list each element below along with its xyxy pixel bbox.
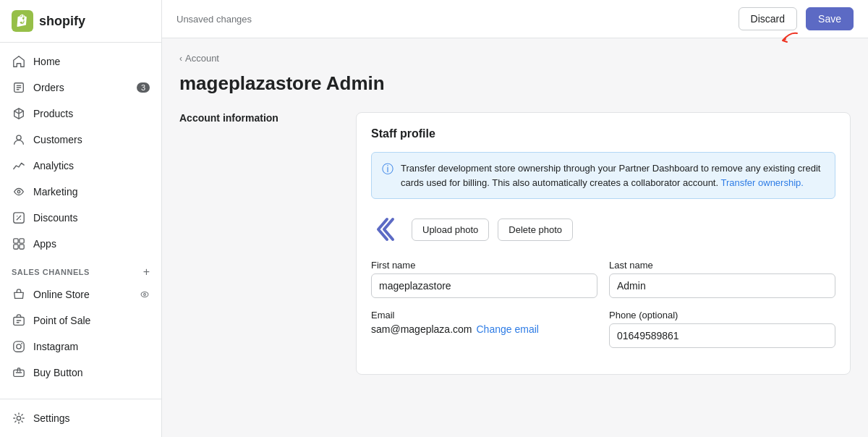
unsaved-indicator: Unsaved changes [176,14,730,25]
page-title: mageplazastore Admin [179,72,851,95]
sidebar-item-products-label: Products [33,108,73,119]
breadcrumb-back-arrow: ‹ [179,54,182,64]
avatar-chevrons-icon [371,213,403,245]
sidebar-item-settings[interactable]: Settings [0,405,161,431]
avatar-section: Upload photo Delete photo [371,213,835,245]
email-group: Email sam@mageplaza.com Change email [371,310,597,348]
sidebar-item-instagram[interactable]: Instagram [0,334,161,360]
sidebar-item-home[interactable]: Home [0,48,161,75]
sidebar-item-online-store[interactable]: Online Store [0,281,161,307]
last-name-label: Last name [609,260,835,271]
sidebar-item-marketing[interactable]: Marketing [0,179,161,205]
analytics-icon [12,158,26,173]
sidebar-logo: shopify [0,0,161,43]
transfer-ownership-link[interactable]: Transfer ownership. [720,177,803,188]
last-name-group: Last name [609,260,835,298]
discounts-icon [12,211,26,225]
delete-photo-button[interactable]: Delete photo [498,218,573,241]
discard-button[interactable]: Discard [739,7,797,30]
upload-photo-button[interactable]: Upload photo [412,218,489,241]
first-name-input[interactable] [371,273,597,298]
eye-icon[interactable] [140,289,150,300]
sidebar-item-buy-button[interactable]: Buy Button [0,360,161,386]
main-content: Unsaved changes Discard Save ‹ Account m… [162,0,868,437]
orders-icon [12,80,26,95]
change-email-link[interactable]: Change email [477,323,539,335]
shopify-logo-icon [12,10,33,32]
orders-badge: 3 [137,82,150,93]
sidebar-item-marketing-label: Marketing [33,186,77,198]
svg-point-2 [17,135,21,140]
sales-channels-header: SALES CHANNELS + [0,257,161,281]
home-icon [12,54,26,69]
sidebar-item-discounts[interactable]: Discounts [0,205,161,231]
first-name-label: First name [371,260,597,271]
page-content: ‹ Account mageplazastore Admin Account i… [162,38,868,437]
sidebar-item-customers[interactable]: Customers [0,127,161,153]
svg-rect-15 [14,370,24,376]
svg-rect-11 [14,318,24,326]
sidebar-bottom: Settings [0,399,161,437]
customers-icon [12,132,26,147]
svg-point-16 [17,416,20,420]
card-title: Staff profile [371,127,835,140]
last-name-input[interactable] [609,273,835,298]
two-column-layout: Account information Staff profile ⓘ Tran… [179,112,851,375]
svg-point-3 [17,190,20,193]
sidebar-item-online-store-label: Online Store [33,289,90,300]
left-column: Account information [179,112,339,124]
online-store-icon [12,287,26,302]
sales-channels-label: SALES CHANNELS [12,268,90,276]
phone-group: Phone (optional) [609,310,835,348]
svg-rect-5 [14,239,18,243]
sidebar-item-apps[interactable]: Apps [0,231,161,257]
topbar: Unsaved changes Discard Save [162,0,868,38]
sidebar-item-discounts-label: Discounts [33,212,77,224]
svg-rect-6 [20,239,24,243]
sidebar-item-orders[interactable]: Orders 3 [0,75,161,101]
sidebar-item-home-label: Home [33,56,60,67]
save-button[interactable]: Save [806,7,854,30]
breadcrumb-account-link[interactable]: Account [185,53,219,64]
sidebar-item-orders-label: Orders [33,82,64,93]
info-box: ⓘ Transfer development store ownership t… [371,152,835,199]
sidebar-item-products[interactable]: Products [0,101,161,127]
point-of-sale-icon [12,313,26,328]
svg-rect-7 [14,245,18,249]
sidebar-item-instagram-label: Instagram [33,341,78,352]
shopify-logo-text: shopify [39,14,85,29]
name-row: First name Last name [371,260,835,298]
add-channel-icon[interactable]: + [143,266,150,279]
staff-profile-card: Staff profile ⓘ Transfer development sto… [356,112,851,375]
phone-input[interactable] [609,323,835,348]
email-value: sam@mageplaza.com [371,323,472,335]
svg-point-14 [21,343,22,344]
sidebar-item-analytics[interactable]: Analytics [0,153,161,179]
sidebar-item-analytics-label: Analytics [33,160,74,171]
email-label: Email [371,310,597,321]
svg-rect-12 [14,341,24,352]
settings-icon [12,411,26,425]
breadcrumb[interactable]: ‹ Account [179,53,851,64]
info-circle-icon: ⓘ [382,162,393,190]
sidebar: shopify Home Orders 3 Products [0,0,162,437]
instagram-icon [12,339,26,354]
left-col-title: Account information [179,112,339,124]
sidebar-item-apps-label: Apps [33,238,56,250]
sidebar-item-settings-label: Settings [33,412,70,424]
sidebar-item-customers-label: Customers [33,134,82,145]
svg-point-13 [17,344,21,349]
svg-rect-8 [20,245,24,249]
svg-point-10 [144,294,146,296]
sidebar-item-buy-button-label: Buy Button [33,367,83,378]
info-box-text: Transfer development store ownership thr… [401,161,825,190]
svg-point-9 [141,292,148,297]
avatar [371,213,403,245]
sidebar-item-point-of-sale[interactable]: Point of Sale [0,307,161,334]
marketing-icon [12,184,26,199]
phone-label: Phone (optional) [609,310,835,321]
sidebar-item-point-of-sale-label: Point of Sale [33,315,90,326]
buy-button-icon [12,365,26,380]
apps-icon [12,237,26,251]
email-phone-row: Email sam@mageplaza.com Change email Pho… [371,310,835,348]
